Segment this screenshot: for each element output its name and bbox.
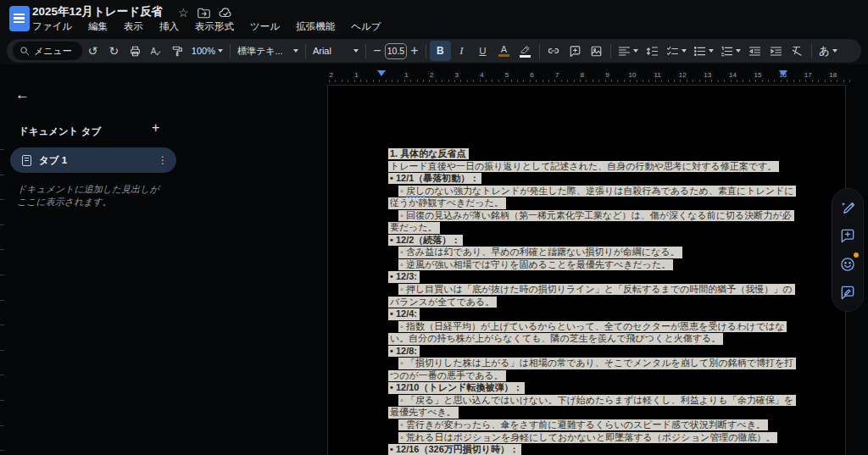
document-title[interactable]: 2025年12月トレード反省 bbox=[32, 4, 163, 19]
doc-line-text: • 12/10（トレンド転換被弾）： bbox=[388, 382, 525, 393]
menu-insert[interactable]: 挿入 bbox=[159, 20, 179, 36]
undo-button[interactable]: ↺ bbox=[82, 41, 103, 61]
input-tools-button[interactable]: あ bbox=[815, 41, 841, 61]
doc-line[interactable]: トレード直後や一日の振り返りとして記述された、自身の行動や思考に対する修正案です… bbox=[388, 161, 795, 174]
decrease-indent-button[interactable] bbox=[744, 41, 765, 61]
doc-line[interactable]: • 12/1（暴落初動）： bbox=[388, 173, 795, 186]
gemini-pen-icon bbox=[839, 199, 856, 216]
bulleted-list-button[interactable] bbox=[690, 41, 717, 61]
chevron-down-icon bbox=[353, 49, 359, 53]
doc-line[interactable]: ◦ 戻しのない強力なトレンドが発生した際、逆張りは自殺行為であるため、素直にトレ… bbox=[388, 186, 795, 198]
doc-line[interactable]: 従うか静観すべきだった。 bbox=[388, 197, 795, 210]
highlight-color-button[interactable] bbox=[515, 41, 536, 61]
doc-line[interactable]: 要だった。 bbox=[388, 222, 795, 235]
doc-line[interactable]: つのが一番の悪手である。 bbox=[388, 370, 795, 383]
doc-line-text: 最優先すべき。 bbox=[388, 407, 459, 418]
clear-formatting-button[interactable] bbox=[787, 41, 808, 61]
document-tabs-sidebar: ← ドキュメント タブ + タブ 1 ⋮ ドキュメントに追加した見出しがここに表… bbox=[0, 64, 327, 455]
tab-options-kebab-icon[interactable]: ⋮ bbox=[158, 154, 168, 166]
document-lines[interactable]: 1. 具体的な反省点トレード直後や一日の振り返りとして記述された、自身の行動や思… bbox=[388, 148, 795, 455]
decrease-font-size-button[interactable]: − bbox=[370, 41, 385, 61]
toolbar-divider bbox=[230, 44, 231, 58]
menu-help[interactable]: ヘルプ bbox=[351, 20, 381, 36]
doc-line[interactable]: 1. 具体的な反省点 bbox=[388, 148, 795, 161]
align-button[interactable] bbox=[615, 41, 642, 61]
increase-font-size-button[interactable]: + bbox=[407, 41, 422, 61]
doc-line[interactable]: • 12/16（326万円損切り時）： bbox=[388, 444, 795, 455]
doc-line[interactable]: • 12/4: bbox=[388, 308, 795, 321]
add-comment-side-button[interactable] bbox=[837, 225, 858, 246]
spelling-check-button[interactable]: A✓ bbox=[146, 41, 167, 61]
doc-line[interactable]: い。自分の持ち株が上がらなくても、隣の芝生を羨んで飛びつくと火傷する。 bbox=[388, 333, 795, 346]
doc-line[interactable]: • 12/2（続落）： bbox=[388, 235, 795, 247]
spellcheck-underline[interactable]: 戻し bbox=[406, 186, 425, 197]
titlebar: 2025年12月トレード反省 ☆ ファイル 編集 表示 挿入 表示形式 ツール … bbox=[0, 0, 868, 37]
close-sidebar-button[interactable]: ← bbox=[15, 86, 30, 103]
chevron-down-icon bbox=[293, 49, 298, 53]
doc-line[interactable]: ◦ 回復の見込みが薄い銘柄（第一稀元素化学工業など）は、傷が深くなる前に切る決断… bbox=[388, 210, 795, 223]
menu-format[interactable]: 表示形式 bbox=[195, 20, 234, 36]
underline-button[interactable]: U bbox=[472, 41, 493, 61]
doc-line[interactable]: ◦ 「戻る」と思い込んではいけない。下げ始めたらまずは軽くし、利益よりも「余力確… bbox=[388, 395, 795, 408]
doc-line-text: 1. 具体的な反省点 bbox=[388, 148, 469, 159]
doc-line-text: 要だった。 bbox=[388, 222, 440, 233]
cloud-status-icon[interactable] bbox=[219, 8, 232, 21]
doc-line[interactable]: ◦ 荒れる日はポジションを身軽にしておかないと即墜落する（ポジション管理の徹底）… bbox=[388, 432, 795, 445]
print-button[interactable] bbox=[125, 41, 146, 61]
toolbar-divider bbox=[811, 44, 812, 58]
doc-line-text: ◦ 「戻る」と思い込んではいけない。下げ始めたらまずは軽くし、利益よりも「余力確… bbox=[398, 395, 796, 406]
doc-line[interactable]: • 12/10（トレンド転換被弾）： bbox=[388, 382, 795, 395]
numbered-list-button[interactable] bbox=[717, 41, 744, 61]
indent-marker[interactable] bbox=[779, 70, 787, 76]
emoji-react-button[interactable] bbox=[837, 254, 858, 275]
redo-button[interactable]: ↻ bbox=[103, 41, 125, 61]
doc-line[interactable]: ◦ 雲行きが変わったら、傘をさす前に避難するくらいのスピード感で状況判断すべき。 bbox=[388, 419, 795, 432]
checklist-button[interactable] bbox=[663, 41, 690, 61]
tab-1[interactable]: タブ 1 ⋮ bbox=[10, 147, 176, 173]
doc-line-text: • 12/16（326万円損切り時）： bbox=[388, 444, 521, 455]
bold-button[interactable]: B bbox=[430, 41, 451, 61]
menu-extensions[interactable]: 拡張機能 bbox=[296, 20, 335, 36]
paragraph-styles-select[interactable]: 標準テキ... bbox=[234, 41, 302, 61]
style-value: 標準テキ... bbox=[237, 45, 291, 58]
text-color-button[interactable]: A bbox=[493, 41, 515, 61]
doc-line[interactable]: • 12/8: bbox=[388, 346, 795, 358]
doc-line[interactable]: • 12/3: bbox=[388, 271, 795, 284]
insert-image-button[interactable] bbox=[586, 41, 607, 61]
menu-tools[interactable]: ツール bbox=[250, 20, 280, 36]
font-size-input[interactable]: 10.5 bbox=[385, 43, 407, 59]
tabs-helper-text: ドキュメントに追加した見出しがここに表示されます。 bbox=[17, 183, 168, 208]
quick-actions-panel bbox=[832, 188, 864, 312]
insert-link-button[interactable] bbox=[543, 41, 565, 61]
menu-view[interactable]: 表示 bbox=[124, 20, 143, 36]
add-tab-button[interactable]: + bbox=[152, 120, 159, 136]
doc-line[interactable]: ◦ 逆風が強い相場では守りを固めることを最優先すべきだった。 bbox=[388, 259, 795, 272]
google-docs-logo[interactable] bbox=[9, 6, 30, 31]
indent-marker[interactable] bbox=[377, 70, 386, 76]
paint-format-button[interactable] bbox=[167, 41, 188, 61]
doc-line[interactable]: ◦ 含み益は幻であり、早めの利確と躊躇ない損切りが命綱になる。 bbox=[388, 247, 795, 259]
suggest-edits-button[interactable] bbox=[837, 282, 858, 302]
font-select[interactable]: Arial bbox=[309, 41, 362, 61]
doc-line-text: ◦ 含み益は幻であり、早めの利確と躊躇ない損切りが命綱になる。 bbox=[398, 247, 682, 258]
ruler-number: 1 bbox=[353, 71, 359, 79]
star-icon[interactable]: ☆ bbox=[178, 6, 189, 19]
increase-indent-button[interactable] bbox=[765, 41, 787, 61]
move-to-folder-icon[interactable] bbox=[198, 8, 210, 21]
zoom-select[interactable]: 100% bbox=[188, 41, 226, 61]
doc-line-text: ◦ 「損切りした株は上がる」は相場の常であり、そこでメンタルを崩して別の銘柄で博… bbox=[398, 358, 796, 369]
search-menus-button[interactable]: メニュー bbox=[13, 42, 82, 60]
ruler-number: 17 bbox=[803, 71, 814, 79]
doc-line[interactable]: ◦ 指数（日経平均）が上げているからといって、全てのセクターが恩恵を受けるわけで… bbox=[388, 321, 795, 334]
menu-file[interactable]: ファイル bbox=[32, 20, 72, 36]
line-spacing-button[interactable] bbox=[642, 41, 663, 61]
doc-line[interactable]: 最優先すべき。 bbox=[388, 407, 795, 419]
ruler-number: 13 bbox=[702, 71, 713, 79]
doc-line[interactable]: ◦ 押し目買いは「底が抜けた時の損切りライン」と「反転するまでの時間的猶予（我慢… bbox=[388, 284, 795, 297]
doc-line[interactable]: バランスが全てである。 bbox=[388, 297, 795, 309]
menu-edit[interactable]: 編集 bbox=[88, 20, 108, 36]
help-me-write-button[interactable] bbox=[837, 197, 858, 218]
doc-line[interactable]: ◦ 「損切りした株は上がる」は相場の常であり、そこでメンタルを崩して別の銘柄で博… bbox=[388, 358, 795, 370]
add-comment-button[interactable] bbox=[565, 41, 586, 61]
italic-button[interactable]: I bbox=[451, 41, 472, 61]
